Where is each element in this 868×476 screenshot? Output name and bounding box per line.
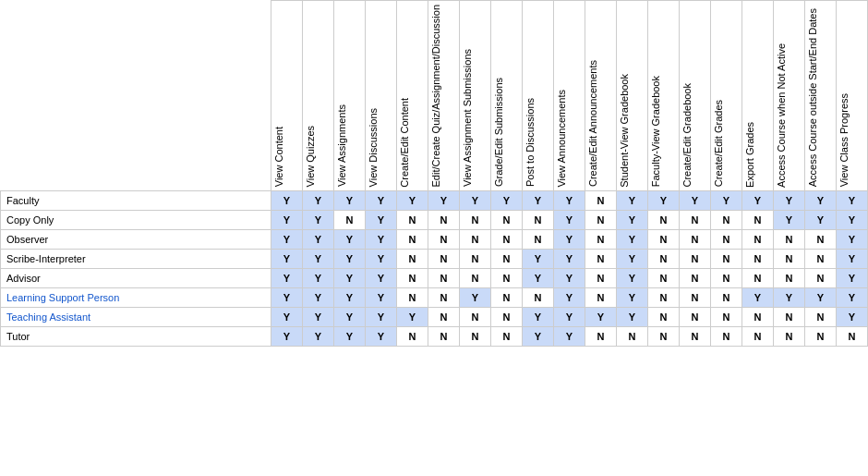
cell-6-9: Y xyxy=(554,308,585,327)
cell-7-7: N xyxy=(491,327,523,347)
cell-1-9: Y xyxy=(554,211,585,230)
column-label-9: View Announcements xyxy=(554,86,569,191)
role-label-6: Teaching Assistant xyxy=(1,308,271,327)
cell-5-12: N xyxy=(648,288,680,308)
cell-7-0: Y xyxy=(271,327,303,347)
column-label-6: View Assignment Submissions xyxy=(460,45,475,190)
cell-0-11: Y xyxy=(617,191,648,211)
cell-6-13: N xyxy=(680,308,711,327)
cell-5-18: Y xyxy=(837,288,868,308)
column-header-14: Create/Edit Grades xyxy=(711,1,742,191)
cell-4-11: Y xyxy=(617,269,648,288)
cell-1-14: N xyxy=(711,211,742,230)
cell-1-12: N xyxy=(648,211,680,230)
cell-2-11: Y xyxy=(617,230,648,250)
cell-6-2: Y xyxy=(334,308,366,327)
cell-1-11: Y xyxy=(617,211,648,230)
cell-6-8: Y xyxy=(523,308,554,327)
column-header-15: Export Grades xyxy=(742,1,774,191)
cell-4-17: N xyxy=(805,269,837,288)
cell-1-1: Y xyxy=(303,211,334,230)
cell-0-16: Y xyxy=(774,191,805,211)
cell-6-14: N xyxy=(711,308,742,327)
cell-4-15: N xyxy=(742,269,774,288)
cell-1-2: N xyxy=(334,211,366,230)
cell-1-18: Y xyxy=(837,211,868,230)
column-header-8: Post to Discussions xyxy=(523,1,554,191)
cell-7-17: N xyxy=(805,327,837,347)
cell-0-8: Y xyxy=(523,191,554,211)
column-label-17: Access Course outside Start/End Dates xyxy=(805,5,820,190)
column-label-12: Faculty-View Gradebook xyxy=(648,72,663,190)
cell-2-5: N xyxy=(428,230,460,250)
cell-7-15: N xyxy=(742,327,774,347)
cell-3-10: N xyxy=(585,250,617,269)
cell-2-1: Y xyxy=(303,230,334,250)
column-header-16: Access Course when Not Active xyxy=(774,1,805,191)
column-label-16: Access Course when Not Active xyxy=(774,40,789,191)
cell-2-15: N xyxy=(742,230,774,250)
cell-1-17: Y xyxy=(805,211,837,230)
cell-7-11: N xyxy=(617,327,648,347)
cell-4-16: N xyxy=(774,269,805,288)
cell-3-11: Y xyxy=(617,250,648,269)
cell-3-4: N xyxy=(397,250,428,269)
cell-5-0: Y xyxy=(271,288,303,308)
cell-7-6: N xyxy=(460,327,491,347)
cell-5-2: Y xyxy=(334,288,366,308)
cell-4-2: Y xyxy=(334,269,366,288)
cell-7-18: N xyxy=(837,327,868,347)
cell-7-2: Y xyxy=(334,327,366,347)
cell-0-3: Y xyxy=(366,191,397,211)
cell-1-16: Y xyxy=(774,211,805,230)
cell-4-12: N xyxy=(648,269,680,288)
role-label-4: Advisor xyxy=(1,269,271,288)
cell-3-13: N xyxy=(680,250,711,269)
cell-0-10: N xyxy=(585,191,617,211)
main-container: View ContentView QuizzesView Assignments… xyxy=(0,0,868,476)
table-row: Learning Support PersonYYYYNNYNNYNYNNNYY… xyxy=(1,288,868,308)
cell-2-7: N xyxy=(491,230,523,250)
cell-4-0: Y xyxy=(271,269,303,288)
cell-2-4: N xyxy=(397,230,428,250)
cell-6-3: Y xyxy=(366,308,397,327)
cell-6-18: Y xyxy=(837,308,868,327)
cell-2-3: Y xyxy=(366,230,397,250)
cell-6-15: N xyxy=(742,308,774,327)
cell-5-8: N xyxy=(523,288,554,308)
column-label-18: View Class Progress xyxy=(837,90,851,190)
cell-3-9: Y xyxy=(554,250,585,269)
cell-3-15: N xyxy=(742,250,774,269)
table-row: TutorYYYYNNNNYYNNNNNNNNN xyxy=(1,327,868,347)
column-header-1: View Quizzes xyxy=(303,1,334,191)
cell-5-16: Y xyxy=(774,288,805,308)
cell-4-8: Y xyxy=(523,269,554,288)
role-label-1: Copy Only xyxy=(1,211,271,230)
cell-2-17: N xyxy=(805,230,837,250)
permissions-table: View ContentView QuizzesView Assignments… xyxy=(0,0,868,347)
cell-0-7: Y xyxy=(491,191,523,211)
cell-5-9: Y xyxy=(554,288,585,308)
cell-7-5: N xyxy=(428,327,460,347)
cell-2-9: Y xyxy=(554,230,585,250)
cell-3-12: N xyxy=(648,250,680,269)
column-header-12: Faculty-View Gradebook xyxy=(648,1,680,191)
cell-3-5: N xyxy=(428,250,460,269)
cell-2-18: Y xyxy=(837,230,868,250)
column-label-10: Create/Edit Announcements xyxy=(585,56,600,190)
table-row: FacultyYYYYYYYYYYNYYYYYYYY xyxy=(1,191,868,211)
cell-0-13: Y xyxy=(680,191,711,211)
cell-0-1: Y xyxy=(303,191,334,211)
cell-6-12: N xyxy=(648,308,680,327)
cell-2-13: N xyxy=(680,230,711,250)
cell-7-16: N xyxy=(774,327,805,347)
cell-4-18: Y xyxy=(837,269,868,288)
cell-2-14: N xyxy=(711,230,742,250)
header-row: View ContentView QuizzesView Assignments… xyxy=(1,1,868,191)
cell-7-10: N xyxy=(585,327,617,347)
cell-6-1: Y xyxy=(303,308,334,327)
cell-4-6: N xyxy=(460,269,491,288)
cell-3-16: N xyxy=(774,250,805,269)
cell-1-6: N xyxy=(460,211,491,230)
table-row: Copy OnlyYYNYNNNNNYNYNNNNYYY xyxy=(1,211,868,230)
